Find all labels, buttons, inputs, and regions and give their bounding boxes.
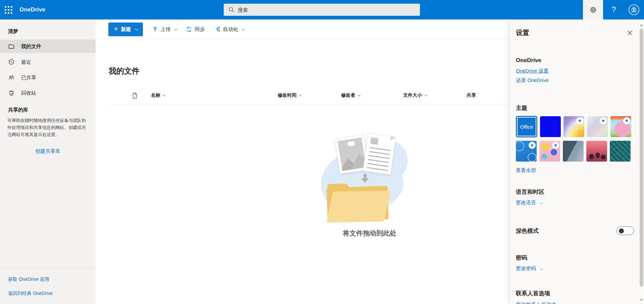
restore-onedrive-link[interactable]: 还原 OneDrive (516, 77, 549, 84)
contacts-section-heading: 联系人首选项 (516, 290, 550, 297)
shared-libraries-heading: 共享的库 (8, 107, 28, 113)
premium-star-badge (623, 117, 630, 124)
recycle-bin-icon (8, 90, 15, 96)
column-name[interactable]: 名称 (151, 92, 165, 98)
chevron-down-icon (424, 93, 427, 96)
theme-tile-circuit-board[interactable] (610, 141, 631, 162)
app-title[interactable]: OneDrive (19, 0, 45, 19)
user-name: 清梦 (8, 28, 18, 35)
settings-title: 设置 (516, 28, 529, 37)
theme-tile-sunset-palms[interactable] (586, 141, 607, 162)
column-type[interactable] (132, 92, 137, 99)
chevron-down-icon (163, 93, 165, 96)
onedrive-settings-link[interactable]: OneDrive 设置 (516, 68, 549, 74)
search-box[interactable] (224, 4, 420, 16)
sync-button[interactable]: 同步 (186, 26, 205, 33)
view-all-themes-link[interactable]: 查看全部 (516, 167, 536, 174)
close-icon (627, 30, 633, 36)
gear-icon (589, 6, 597, 14)
help-button[interactable]: ? (604, 0, 624, 19)
theme-tile-office[interactable]: Office (516, 116, 537, 137)
folder-icon (8, 43, 15, 50)
sync-icon (186, 26, 192, 33)
top-app-bar: OneDrive ? (0, 0, 644, 19)
settings-button[interactable] (583, 0, 603, 19)
theme-tile-dark-mountain[interactable] (563, 141, 584, 162)
account-badge-icon (628, 4, 640, 16)
chevron-down-icon (358, 93, 360, 96)
create-shared-library-link[interactable]: 创建共享库 (0, 148, 96, 155)
change-password-link[interactable]: 更改密码→ (516, 265, 543, 272)
chevron-down-icon (174, 27, 177, 31)
close-settings-button[interactable] (626, 29, 634, 37)
automate-button[interactable]: 自动化 (214, 26, 244, 33)
scrollbar-down-arrow[interactable] (640, 299, 643, 301)
automate-flow-icon (214, 26, 220, 32)
sidebar-footer: 获取 OneDrive 应用 返回到经典 OneDrive (0, 269, 96, 269)
dark-mode-toggle[interactable] (616, 226, 634, 235)
help-icon: ? (612, 5, 616, 14)
theme-tile-unicorn[interactable] (610, 116, 631, 137)
sidebar-item-recycle-bin[interactable]: 回收站 (0, 86, 96, 100)
change-language-link[interactable]: 更改语言→ (516, 200, 543, 206)
language-section-heading: 语言和时区 (516, 188, 544, 196)
sidebar-item-my-files[interactable]: 我的文件 (0, 40, 96, 53)
sync-label: 同步 (195, 26, 205, 33)
return-classic-onedrive-link[interactable]: 返回到经典 OneDrive (8, 291, 53, 297)
theme-tile-basketball[interactable] (516, 141, 537, 162)
theme-tile-pastel-ribbons[interactable] (587, 116, 608, 137)
plus-icon: + (114, 25, 118, 33)
sidebar-item-label: 我的文件 (21, 43, 41, 50)
theme-tile-solid-blue[interactable] (540, 116, 561, 137)
sidebar-item-shared[interactable]: 已共享 (0, 71, 96, 84)
sidebar-item-label: 最近 (21, 59, 31, 66)
new-button[interactable]: + 新建 (108, 23, 143, 36)
page-scrollbar[interactable] (639, 19, 644, 304)
chevron-down-icon (135, 27, 139, 31)
theme-tile-game-board[interactable] (539, 141, 560, 162)
document-icon (132, 92, 137, 99)
theme-tile-label: Office (520, 124, 533, 130)
arrow-right-icon: → (538, 200, 543, 205)
scrollbar-thumb[interactable] (640, 29, 643, 287)
onedrive-section-heading: OneDrive (516, 57, 541, 64)
automate-label: 自动化 (223, 26, 238, 33)
arrow-right-icon: → (558, 302, 564, 304)
settings-panel: 设置 OneDrive OneDrive 设置 还原 OneDrive 主题 O… (510, 19, 644, 304)
scrollbar-up-arrow[interactable] (640, 24, 643, 26)
get-onedrive-apps-link[interactable]: 获取 OneDrive 应用 (8, 276, 49, 283)
column-modified[interactable]: 修改时间 (278, 92, 301, 98)
page-title: 我的文件 (109, 66, 140, 76)
premium-star-badge (552, 142, 559, 149)
theme-grid: Office (516, 116, 634, 162)
history-icon (8, 59, 15, 66)
column-sharing[interactable]: 共享 (467, 92, 476, 98)
sidebar-item-label: 已共享 (21, 75, 36, 81)
premium-star-badge (529, 142, 536, 149)
theme-section-heading: 主题 (516, 104, 527, 112)
people-icon (8, 74, 15, 81)
dark-mode-heading: 深色模式 (516, 227, 539, 235)
app-launcher-button[interactable] (0, 0, 17, 19)
sidebar-item-recent[interactable]: 最近 (0, 55, 96, 69)
empty-drop-zone[interactable]: 将文件拖动到此处 (314, 117, 425, 245)
premium-star-badge (600, 117, 607, 124)
upload-button[interactable]: 上传 (152, 26, 176, 33)
folder-illustration-front (326, 191, 391, 223)
contact-preferences-link[interactable]: 更改联系人首选项→ (516, 302, 564, 304)
chevron-down-icon (299, 93, 302, 96)
column-modified-by[interactable]: 修改者 (341, 92, 360, 98)
upload-icon (152, 27, 158, 32)
new-button-label: 新建 (121, 26, 131, 33)
upload-label: 上传 (161, 26, 171, 33)
toggle-knob (619, 228, 624, 233)
column-file-size[interactable]: 文件大小 (403, 92, 426, 98)
chevron-down-icon (241, 27, 245, 31)
search-input[interactable] (238, 4, 420, 16)
arrow-right-icon: → (538, 265, 543, 271)
theme-tile-rainbow-swirl[interactable] (564, 116, 584, 137)
sidebar-item-label: 回收站 (21, 90, 36, 96)
account-button[interactable] (624, 0, 644, 19)
drop-files-hint: 将文件拖动到此处 (314, 229, 425, 238)
shared-libraries-description: 可帮助你随时随地使用任何设备与团队协作处理项目和共享信息的网站。创建或关注网站可… (7, 117, 87, 138)
